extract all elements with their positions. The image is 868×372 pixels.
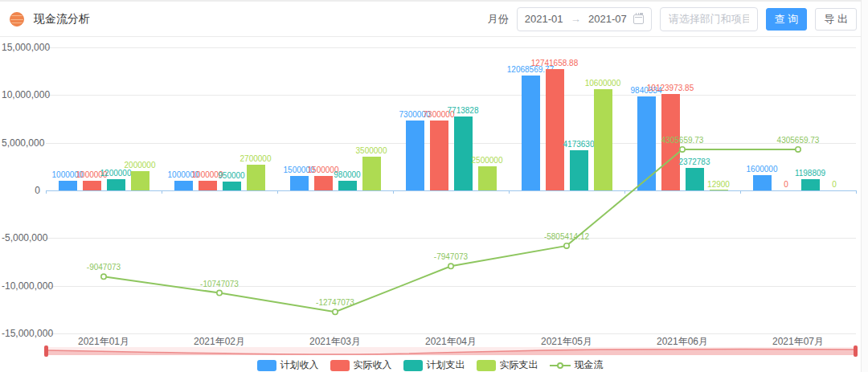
legend-swatch [477,360,496,371]
range-end-value[interactable]: 2021-07 [588,13,627,25]
axis-tick [277,190,278,194]
datazoom-left-handle[interactable] [44,345,48,357]
legend-label: 实际收入 [354,358,392,372]
datazoom-right-handle[interactable] [854,345,858,357]
page-title: 现金流分析 [34,12,90,27]
department-project-select[interactable] [660,7,758,31]
axis-tick [393,190,394,194]
axis-tick [740,190,741,194]
legend-label: 计划支出 [427,358,465,372]
line-point[interactable] [217,290,222,295]
chart-legend: 计划收入实际收入计划支出实际支出现金流 [0,358,860,372]
coins-icon [10,12,24,27]
axis-tick [856,190,857,194]
gridline [46,333,856,334]
legend-line-marker-icon [550,360,571,371]
bar[interactable] [131,171,149,190]
bar[interactable] [107,179,125,190]
datazoom-shadow [46,347,856,355]
bar-label: 3500000 [334,146,409,155]
cashflow-analysis-page: 现金流分析 月份 2021-01 → 2021-07 查 询 导 出 15,00… [0,0,868,372]
line-point-label: 4305659.73 [642,136,723,145]
line-point-label: -7947073 [411,252,491,261]
gridline [46,238,856,239]
bar-label: 10600000 [565,79,641,88]
bar[interactable] [478,166,497,190]
page-header: 现金流分析 月份 2021-01 → 2021-07 查 询 导 出 [0,2,868,37]
legend-item[interactable]: 实际收入 [330,358,392,372]
line-point-label: -10747073 [179,280,260,288]
bar-label: 12900 [681,180,756,189]
query-button[interactable]: 查 询 [766,8,808,31]
line-point[interactable] [796,147,800,152]
line-point-label: 4305659.73 [758,136,838,145]
line-point[interactable] [448,264,453,268]
bar-label: 10123973.85 [633,84,708,92]
line-point[interactable] [101,274,106,279]
bar-label: 0 [796,180,868,189]
bar[interactable] [290,176,309,190]
bar[interactable] [454,117,473,190]
bar-label: 2500000 [449,156,525,165]
export-button[interactable]: 导 出 [815,8,857,31]
axis-tick [509,190,510,194]
bar-label: 12741658.88 [517,59,592,67]
line-point-label: -12747073 [295,298,375,307]
header-controls: 月份 2021-01 → 2021-07 查 询 导 出 [488,7,860,31]
legend-item[interactable]: 计划支出 [403,358,465,372]
bar[interactable] [223,182,241,190]
bar[interactable] [338,181,357,190]
y-tick-label: -15,000,000 [2,328,40,339]
cashflow-chart: 15,000,00010,000,0005,000,0000-5,000,000… [0,37,868,372]
legend-swatch [330,360,350,371]
axis-tick [162,190,162,194]
month-field-label: 月份 [488,12,509,27]
bar[interactable] [83,181,101,190]
range-start-value[interactable]: 2021-01 [525,13,563,25]
bar[interactable] [430,121,448,190]
bar[interactable] [570,150,588,190]
x-axis-zero-line [46,190,856,191]
calendar-icon [633,14,644,24]
line-point[interactable] [333,309,338,314]
y-tick-label: 5,000,000 [2,137,40,149]
legend-item[interactable]: 现金流 [550,358,604,372]
bar[interactable] [247,165,265,190]
datazoom-slider[interactable] [46,347,856,355]
legend-item[interactable]: 计划收入 [257,358,319,372]
gridline [46,95,856,96]
bar-label: 1198809 [772,169,848,178]
gridline [46,143,856,144]
axis-tick [624,190,625,194]
bar[interactable] [522,76,540,190]
bar[interactable] [362,157,381,190]
gridline [46,286,856,287]
month-range-picker[interactable]: 2021-01 → 2021-07 [517,7,652,31]
legend-item[interactable]: 实际支出 [477,358,538,372]
vertical-scrollbar[interactable] [861,0,868,372]
bar[interactable] [174,181,193,190]
line-point[interactable] [564,243,569,248]
axis-tick [46,190,47,194]
legend-swatch [257,360,276,371]
line-point[interactable] [680,147,685,152]
bar[interactable] [594,89,612,190]
y-tick-label: -10,000,000 [2,280,40,292]
bar-label: 2700000 [218,154,293,163]
bar[interactable] [199,181,217,190]
legend-label: 计划收入 [280,358,319,372]
legend-swatch [403,360,423,371]
bar-label: 2000000 [102,161,178,170]
legend-label: 实际支出 [500,358,538,372]
range-arrow-icon: → [569,13,582,25]
bar[interactable] [406,121,424,190]
bar[interactable] [546,69,564,190]
line-point-label: -5805414.12 [526,232,607,241]
cashflow-line [0,37,868,372]
y-tick-label: 0 [2,185,40,196]
line-point-label: -9047073 [63,263,144,272]
y-tick-label: -5,000,000 [2,232,40,243]
legend-label: 现金流 [575,358,604,372]
bar-label: 7713828 [425,106,501,115]
bar[interactable] [59,181,77,190]
